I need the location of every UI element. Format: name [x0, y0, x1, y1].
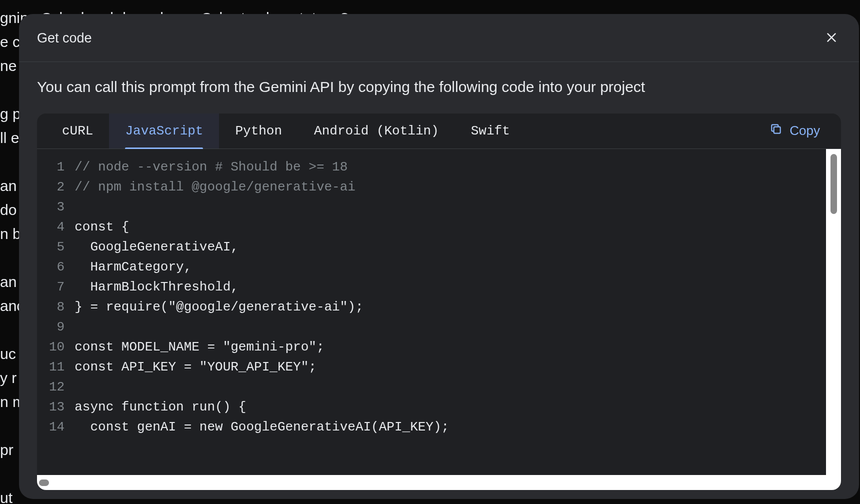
- line-number: 6: [49, 257, 64, 277]
- copy-label: Copy: [790, 123, 820, 138]
- tabs-list: cURLJavaScriptPythonAndroid (Kotlin)Swif…: [46, 114, 764, 148]
- line-number: 14: [49, 417, 64, 437]
- code-line: async function run() {: [74, 397, 841, 417]
- copy-button[interactable]: Copy: [764, 118, 826, 143]
- horizontal-scrollbar[interactable]: [37, 475, 826, 490]
- line-number: 3: [49, 197, 64, 217]
- line-number-gutter: 1234567891011121314: [37, 157, 74, 490]
- code-line: [74, 377, 841, 397]
- code-line: [74, 197, 841, 217]
- close-button[interactable]: [822, 28, 841, 48]
- code-line: const API_KEY = "YOUR_API_KEY";: [74, 357, 841, 377]
- svg-rect-2: [774, 127, 780, 134]
- code-line: GoogleGenerativeAI,: [74, 237, 841, 257]
- tab-curl[interactable]: cURL: [46, 114, 109, 148]
- line-number: 13: [49, 397, 64, 417]
- tab-swift[interactable]: Swift: [455, 114, 526, 148]
- modal-title: Get code: [37, 30, 92, 46]
- code-line: // node --version # Should be >= 18: [74, 157, 841, 177]
- code-container: cURLJavaScriptPythonAndroid (Kotlin)Swif…: [37, 114, 841, 490]
- modal-body: You can call this prompt from the Gemini…: [19, 62, 859, 499]
- code-content: // node --version # Should be >= 18// np…: [74, 157, 841, 490]
- code-line: const MODEL_NAME = "gemini-pro";: [74, 337, 841, 357]
- horizontal-scrollbar-thumb[interactable]: [39, 480, 49, 486]
- code-area: 1234567891011121314 // node --version # …: [37, 149, 841, 490]
- modal-description: You can call this prompt from the Gemini…: [37, 77, 841, 98]
- close-icon: [825, 31, 838, 46]
- line-number: 2: [49, 177, 64, 197]
- tab-javascript[interactable]: JavaScript: [109, 114, 219, 148]
- scrollbar-corner: [826, 475, 841, 490]
- code-line: HarmBlockThreshold,: [74, 277, 841, 297]
- code-scroll[interactable]: 1234567891011121314 // node --version # …: [37, 149, 841, 490]
- get-code-modal: Get code You can call this prompt from t…: [19, 14, 859, 499]
- line-number: 5: [49, 237, 64, 257]
- vertical-scrollbar[interactable]: [826, 149, 841, 476]
- code-line: const genAI = new GoogleGenerativeAI(API…: [74, 417, 841, 437]
- line-number: 4: [49, 217, 64, 237]
- tab-bar: cURLJavaScriptPythonAndroid (Kotlin)Swif…: [37, 114, 841, 149]
- code-line: [74, 317, 841, 337]
- tab-android-kotlin-[interactable]: Android (Kotlin): [298, 114, 455, 148]
- code-line: const {: [74, 217, 841, 237]
- code-line: } = require("@google/generative-ai");: [74, 297, 841, 317]
- tab-python[interactable]: Python: [219, 114, 298, 148]
- code-line: // npm install @google/generative-ai: [74, 177, 841, 197]
- line-number: 10: [49, 337, 64, 357]
- modal-header: Get code: [19, 14, 859, 62]
- line-number: 7: [49, 277, 64, 297]
- line-number: 8: [49, 297, 64, 317]
- line-number: 9: [49, 317, 64, 337]
- line-number: 11: [49, 357, 64, 377]
- vertical-scrollbar-thumb[interactable]: [830, 154, 837, 214]
- line-number: 1: [49, 157, 64, 177]
- copy-icon: [770, 122, 782, 139]
- code-line: HarmCategory,: [74, 257, 841, 277]
- line-number: 12: [49, 377, 64, 397]
